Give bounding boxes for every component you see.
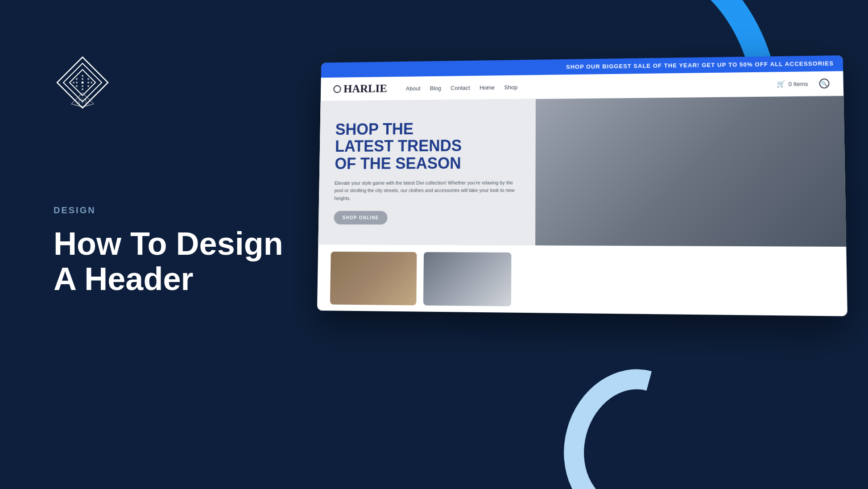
decorative-curve-bottom: [547, 354, 716, 489]
svg-point-13: [82, 85, 83, 87]
card-1: [330, 252, 417, 305]
diamond-logo-icon: [54, 54, 112, 112]
svg-point-15: [82, 88, 83, 90]
cards-row: [317, 244, 847, 310]
brand-name: HARLIE: [343, 82, 387, 95]
hero-right-image: [535, 96, 846, 247]
announcement-text: SHOP OUR BIGGEST SALE OF THE YEAR! GET U…: [566, 60, 834, 70]
card-2: [423, 252, 512, 307]
svg-point-6: [87, 78, 89, 80]
svg-point-14: [87, 85, 89, 87]
logo-area: [54, 54, 112, 113]
hero-title-line1: SHOP THE: [335, 120, 413, 138]
left-content-area: DESIGN How To Design A Header: [54, 205, 283, 297]
svg-point-19: [82, 99, 83, 101]
nav-link-contact[interactable]: Contact: [451, 84, 470, 91]
nav-link-blog[interactable]: Blog: [430, 85, 441, 91]
main-title: How To Design A Header: [54, 226, 283, 297]
shop-online-button[interactable]: SHOP ONLINE: [334, 211, 388, 225]
browser-mockup: SHOP OUR BIGGEST SALE OF THE YEAR! GET U…: [317, 55, 847, 316]
svg-point-22: [82, 102, 83, 104]
svg-point-23: [85, 102, 87, 104]
search-button[interactable]: 🔍: [819, 79, 829, 88]
svg-point-8: [76, 82, 78, 83]
title-line2: A Header: [54, 261, 193, 297]
category-label: DESIGN: [54, 205, 283, 215]
cart-count: 0 Items: [788, 80, 808, 87]
nav-links: About Blog Contact Home Shop: [406, 81, 766, 91]
svg-point-18: [79, 99, 80, 101]
brand-circle-icon: [333, 85, 341, 93]
hero-subtitle: Elevate your style game with the latest …: [334, 179, 520, 203]
svg-point-21: [79, 102, 80, 104]
svg-point-4: [76, 78, 78, 80]
svg-point-12: [76, 85, 78, 87]
svg-point-3: [82, 75, 83, 77]
hero-section: SHOP THE LATEST TRENDS OF THE SEASON Ele…: [318, 96, 846, 247]
svg-point-11: [91, 82, 92, 83]
svg-point-9: [82, 82, 84, 84]
hero-left: SHOP THE LATEST TRENDS OF THE SEASON Ele…: [318, 99, 536, 245]
nav-link-about[interactable]: About: [406, 85, 421, 91]
hero-image: [535, 96, 846, 247]
svg-point-5: [82, 78, 83, 80]
svg-point-20: [85, 99, 87, 101]
svg-point-7: [73, 82, 74, 83]
search-icon: 🔍: [821, 81, 828, 87]
nav-brand: HARLIE: [333, 82, 387, 95]
nav-link-home[interactable]: Home: [479, 84, 495, 91]
hero-title-line3: OF THE SEASON: [335, 154, 461, 172]
cart-icon: 🛒: [777, 80, 786, 88]
title-line1: How To Design: [54, 226, 283, 261]
svg-point-10: [87, 82, 89, 83]
nav-cart[interactable]: 🛒 0 Items: [777, 79, 808, 88]
hero-title: SHOP THE LATEST TRENDS OF THE SEASON: [335, 119, 520, 172]
nav-link-shop[interactable]: Shop: [504, 84, 517, 91]
hero-title-line2: LATEST TRENDS: [335, 137, 462, 155]
